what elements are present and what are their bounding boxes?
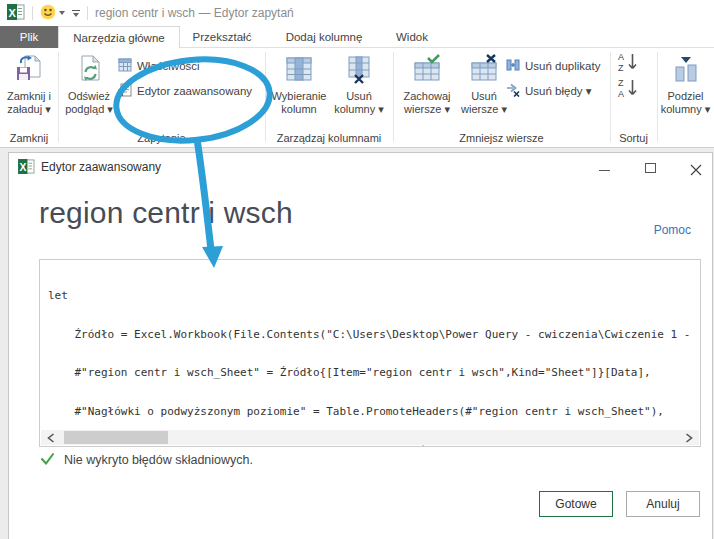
app-window: X region centr i wsch — Edytor zapytań [0,0,714,539]
scrollbar-thumb[interactable] [64,431,168,444]
tab-add-column[interactable]: Dodaj kolumnę [276,26,372,48]
advanced-editor-button[interactable]: Edytor zaawansowany [118,81,252,101]
refresh-preview-button[interactable]: Odśwież podgląd ▾ [62,54,116,116]
remove-duplicates-button[interactable]: Usuń duplikaty [506,56,600,76]
tab-file[interactable]: Plik [0,26,58,48]
smiley-icon [40,4,56,23]
group-label-query: Zapytanie [58,132,265,144]
keep-rows-button[interactable]: Zachowaj wiersze ▾ [395,54,459,116]
help-link[interactable]: Pomoc [654,223,691,237]
dialog-title: Edytor zaawansowany [41,160,161,174]
advanced-editor-icon [118,83,132,99]
m-code: let Źródło = Excel.Workbook(File.Content… [48,264,697,447]
minimize-button[interactable] [599,170,610,171]
save-load-icon [14,54,44,87]
properties-icon [118,58,132,74]
status-text: Nie wykryto błędów składniowych. [64,453,253,467]
button-label: Odśwież [68,90,110,103]
code-line: #"Zmieniono typ" = Table.TransformColumn… [48,445,697,447]
group-label-sort: Sortuj [610,132,657,144]
tab-transform[interactable]: Przekształć [183,26,261,48]
remove-rows-icon [469,54,499,87]
button-label: kolumny ▾ [334,103,384,116]
button-label: Usuń błędy ▾ [525,84,592,98]
group-label-manage-columns: Zarządzaj kolumnami [265,132,393,144]
button-label: podgląd ▾ [65,103,113,116]
remove-duplicates-icon [506,58,520,74]
tab-home[interactable]: Narzędzia główne [58,26,180,48]
remove-columns-icon [344,54,374,87]
code-line: Źródło = Excel.Workbook(File.Contents("C… [48,329,697,342]
remove-columns-button[interactable]: Usuń kolumny ▾ [330,54,388,116]
group-separator [265,52,266,142]
button-label: Usuń [346,90,372,103]
svg-text:Z: Z [618,78,624,88]
button-label: Zachowaj [403,90,450,103]
window-title: region centr i wsch — Edytor zapytań [95,6,294,20]
ribbon-tabs: Plik Narzędzia główne Przekształć Dodaj … [0,26,714,48]
split-columns-button[interactable]: Podziel kolumny ▾ [657,54,714,116]
code-line: #"Nagłówki o podwyższonym poziomie" = Ta… [48,406,697,419]
remove-rows-button[interactable]: Usuń wiersze ▾ [459,54,509,116]
excel-logo-icon: X [18,159,35,178]
code-editor[interactable]: let Źródło = Excel.Workbook(File.Content… [39,259,701,447]
button-label: kolumny ▾ [661,103,711,116]
done-button[interactable]: Gotowe [539,491,613,517]
button-label: Edytor zaawansowany [137,85,252,97]
group-label-reduce-rows: Zmniejsz wiersze [393,132,610,144]
close-and-load-button[interactable]: Zamknij i załaduj ▾ [2,54,56,116]
cancel-button[interactable]: Anuluj [626,491,700,517]
maximize-button[interactable] [645,163,656,173]
sort-descending-button[interactable]: Z A [617,79,639,99]
group-separator [58,52,59,142]
excel-logo-icon: X [7,4,25,23]
split-columns-icon [671,54,701,87]
code-line: #"region centr i wsch_Sheet" = Źródło{[I… [48,367,697,380]
syntax-status: Nie wykryto błędów składniowych. [40,452,253,468]
choose-columns-button[interactable]: Wybieranie kolumn [268,54,330,116]
feedback-smiley-button[interactable] [40,4,65,23]
choose-columns-icon [284,54,314,87]
button-label: kolumn [281,103,316,116]
tab-view[interactable]: Widok [386,26,438,48]
query-name-heading: region centr i wsch [39,195,293,231]
button-label: wiersze ▾ [461,103,507,116]
svg-text:X: X [20,162,27,173]
titlebar-separator [32,6,33,20]
group-separator [610,52,611,142]
svg-text:Z: Z [618,63,624,73]
button-label: Właściwości [137,60,200,72]
sort-za-icon: Z A [617,77,639,101]
sort-ascending-button[interactable]: A Z [617,53,639,73]
button-label: Usuń duplikaty [525,60,600,72]
remove-errors-button[interactable]: Usuń błędy ▾ [506,81,592,101]
button-label: Usuń [471,90,497,103]
collapse-ribbon-icon [72,10,80,17]
properties-button[interactable]: Właściwości [118,56,200,76]
refresh-icon [74,54,104,87]
button-label: Podziel [667,90,703,103]
button-label: Zamknij i [7,90,51,103]
remove-errors-icon [506,83,520,99]
scroll-left-icon[interactable] [43,430,59,445]
svg-text:A: A [618,52,624,62]
button-label: załaduj ▾ [7,103,50,116]
ribbon: Zamknij i załaduj ▾ Zamknij Odśwież podg… [0,48,714,148]
button-label: Wybieranie [272,90,327,103]
chevron-down-icon [59,11,65,15]
code-line: let [48,290,697,303]
horizontal-scrollbar[interactable] [41,430,699,445]
advanced-editor-dialog: X Edytor zaawansowany region centr i wsc… [8,152,713,539]
svg-text:X: X [9,6,17,18]
syntax-ok-icon [40,452,55,468]
window-titlebar: X region centr i wsch — Edytor zapytań [0,0,714,26]
close-icon[interactable] [690,162,702,174]
button-label: wiersze ▾ [404,103,450,116]
ribbon-collapse-button[interactable] [72,10,80,17]
titlebar-separator [87,6,88,20]
scroll-right-icon[interactable] [681,430,697,445]
keep-rows-icon [412,54,442,87]
group-separator [393,52,394,142]
svg-text:A: A [618,89,624,99]
sort-az-icon: A Z [617,51,639,75]
